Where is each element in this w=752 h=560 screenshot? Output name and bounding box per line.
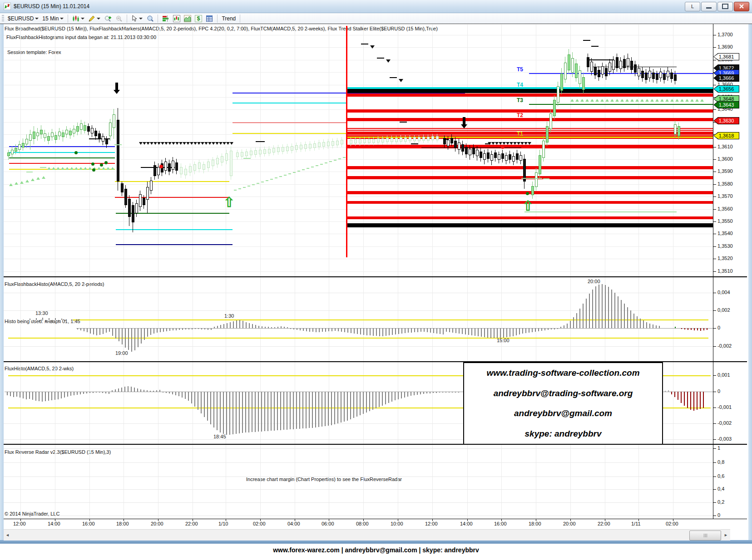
- trend-button[interactable]: Trend: [220, 15, 237, 23]
- histogram-bar: [309, 328, 310, 332]
- candle-body: [557, 86, 559, 103]
- market-analyzer-button[interactable]: [160, 14, 171, 23]
- histogram-bar: [693, 392, 694, 411]
- draw-tool-dropdown[interactable]: [86, 14, 102, 23]
- indicator-list: Flux Broadhead($EURUSD (15 Min)), FluxFl…: [5, 26, 438, 31]
- histogram-bar: [586, 299, 587, 328]
- toolbar-grip[interactable]: [2, 15, 4, 22]
- candle-body: [268, 149, 271, 153]
- grid-hline: [4, 234, 713, 234]
- histogram-bar: [80, 328, 81, 330]
- candle-body: [480, 152, 482, 158]
- scroll-right-button[interactable]: ►: [722, 531, 730, 540]
- histogram-bar: [268, 327, 269, 328]
- histogram-bar: [697, 328, 698, 330]
- svg-text:$: $: [197, 15, 200, 22]
- candle-body: [184, 169, 187, 175]
- magnifier-button[interactable]: [144, 14, 155, 23]
- histogram-bar: [608, 287, 609, 328]
- histogram-bar: [249, 323, 250, 328]
- horizontal-scrollbar[interactable]: ◄ ►: [4, 529, 730, 540]
- candle-body: [124, 189, 127, 205]
- panel-tick-label: 0,6: [717, 473, 724, 479]
- candle-body: [652, 73, 655, 79]
- area-chart-button[interactable]: [182, 14, 193, 23]
- histogram-bar: [223, 392, 224, 434]
- interval-dropdown[interactable]: 15 Min: [40, 15, 65, 23]
- zoom-in-button[interactable]: [102, 14, 114, 23]
- cursor-dropdown[interactable]: [129, 14, 144, 23]
- histogram-bar: [300, 328, 301, 330]
- chart-style-dropdown[interactable]: [70, 14, 86, 23]
- histogram-bar: [417, 392, 418, 395]
- marker-triangle-down: [524, 142, 528, 145]
- maximize-button[interactable]: [717, 2, 733, 11]
- price-tick: [713, 259, 716, 259]
- marker-triangle-up: [97, 167, 101, 170]
- histogram-bar: [156, 390, 157, 392]
- candle-body: [450, 138, 453, 143]
- marker-triangle-down: [179, 142, 183, 145]
- histogram-bar: [347, 392, 348, 421]
- time-tick-label: 12:00: [13, 521, 26, 526]
- marker-triangle-down: [201, 142, 204, 145]
- histogram-bar: [684, 328, 685, 329]
- candle-body: [535, 172, 538, 187]
- histogram-bar: [283, 392, 284, 430]
- marker-triangle-down: [139, 142, 143, 145]
- histogram-bar: [207, 392, 208, 421]
- histogram-bar: [338, 328, 339, 331]
- marker-green-dash: [270, 179, 273, 180]
- dollar-icon: $: [195, 15, 202, 22]
- histogram-bar: [290, 392, 291, 429]
- histogram-bar: [589, 294, 590, 328]
- histogram-bar: [166, 328, 167, 331]
- histogram-bar: [442, 392, 443, 393]
- candle-body: [413, 137, 416, 141]
- price-tag-fill: 1,3666: [714, 75, 739, 81]
- histogram-bar: [315, 392, 316, 427]
- close-button[interactable]: [734, 2, 749, 11]
- histogram-bar: [29, 392, 30, 399]
- account-data-button[interactable]: $: [193, 14, 204, 23]
- histogram-bar: [258, 326, 259, 328]
- histogram-bar: [160, 328, 161, 332]
- zoom-out-button[interactable]: [114, 14, 124, 23]
- time-tick-label: 10:00: [391, 521, 403, 526]
- data-grid-button[interactable]: [204, 14, 215, 23]
- histogram-bar: [554, 328, 555, 329]
- marker-green-dash: [316, 165, 318, 166]
- marker-green-dash: [275, 177, 277, 178]
- marker-green-dash: [325, 162, 327, 163]
- l-button[interactable]: L: [685, 2, 700, 11]
- panel-tick-label: 0,4: [717, 486, 724, 491]
- histogram-bar: [356, 392, 357, 417]
- application-window: { "window": { "title": "$EURUSD (15 Min)…: [0, 0, 752, 560]
- candle-body: [15, 148, 17, 152]
- candle-body: [164, 162, 167, 171]
- price-line: [346, 130, 713, 131]
- title-bar[interactable]: $EURUSD (15 Min) 11.01.2014 L: [0, 0, 752, 13]
- histogram-bar: [109, 328, 110, 332]
- candle-body: [368, 139, 371, 143]
- candle-body: [381, 138, 384, 142]
- zero-line: [76, 328, 713, 329]
- histogram-bar: [226, 392, 227, 435]
- price-line: [115, 197, 229, 198]
- histogram-bar: [262, 326, 262, 328]
- candle-body: [656, 74, 658, 80]
- price-line: [529, 104, 713, 105]
- grid-hline: [4, 346, 713, 347]
- scroll-left-button[interactable]: ◄: [4, 531, 11, 540]
- marker-black-dash: [390, 77, 397, 78]
- marker-triangle-down: [153, 142, 157, 145]
- histogram-bar: [440, 328, 440, 334]
- marker-triangle-down: [520, 142, 524, 145]
- minimize-button[interactable]: [701, 2, 717, 11]
- histogram-bar: [328, 328, 329, 331]
- histogram-bar: [137, 388, 138, 392]
- histogram-bar: [484, 328, 485, 337]
- chart-window-button[interactable]: [171, 14, 182, 23]
- scrollbar-thumb[interactable]: [689, 531, 721, 540]
- instrument-dropdown[interactable]: $EURUSD: [6, 15, 40, 23]
